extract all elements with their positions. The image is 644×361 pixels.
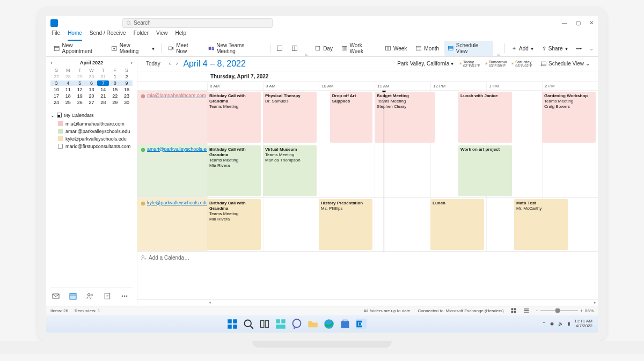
calendar-item[interactable]: kyle@parkvalleyschools.edu	[50, 135, 133, 143]
start-button[interactable]	[227, 319, 238, 329]
calendar-event[interactable]: History PresentationMs. Phillips	[319, 199, 372, 250]
calendar-nav-button[interactable]	[69, 292, 77, 301]
date-picker-day[interactable]: 7	[97, 80, 109, 86]
prev-range-button[interactable]: ‹	[169, 61, 171, 67]
date-picker-day[interactable]: 8	[109, 80, 121, 86]
calendar-item[interactable]: mario@firstupconsultants.com	[50, 143, 133, 150]
schedule-view-dropdown[interactable]: Schedule View ⌄	[538, 60, 592, 68]
date-picker-day[interactable]: 30	[121, 100, 133, 105]
zoom-out-button[interactable]: −	[536, 308, 539, 313]
new-teams-meeting-button[interactable]: New Teams Meeting	[205, 41, 267, 56]
forecast-day[interactable]: ☀Tomorrow63°F/59°F	[485, 60, 507, 68]
date-picker-day[interactable]: 23	[121, 93, 133, 99]
calendar-item[interactable]: mia@lamnahealthcare.com	[50, 120, 133, 128]
month-view-button[interactable]: Month	[412, 43, 442, 53]
share-button[interactable]: ⇪Share▾	[539, 44, 571, 53]
date-picker-day[interactable]: 24	[50, 100, 62, 105]
wifi-icon[interactable]: ◉	[550, 321, 554, 326]
people-nav-button[interactable]	[86, 292, 94, 301]
calendar-event[interactable]: Lunch	[430, 199, 484, 250]
date-picker-day[interactable]: 17	[50, 93, 62, 99]
date-picker-day[interactable]: 19	[74, 93, 86, 99]
taskbar-search-icon[interactable]	[243, 319, 254, 329]
date-picker-day[interactable]: 9	[121, 80, 133, 86]
calendar-event[interactable]: Birthday Call with GrandmaTeams MeetingM…	[207, 145, 261, 196]
date-picker-day[interactable]: 2	[121, 74, 133, 79]
calendar-event[interactable]: Birthday Call with GrandmaTeams Meeting	[207, 92, 261, 143]
close-button[interactable]: ✕	[589, 20, 594, 26]
date-picker-day[interactable]: 25	[62, 100, 74, 105]
date-picker-day[interactable]: 14	[97, 87, 109, 92]
new-appointment-button[interactable]: New Appointment	[50, 41, 106, 56]
add-calendar-row[interactable]: Add a Calenda…	[137, 252, 598, 263]
chat-icon[interactable]	[291, 319, 302, 329]
tray-chevron-icon[interactable]: ⌃	[542, 321, 546, 326]
menu-tab-view[interactable]: View	[156, 30, 168, 41]
calendar-item[interactable]: amari@parkvalleyschools.edu	[50, 128, 133, 135]
calendar-event[interactable]: Lunch with Janice	[458, 92, 512, 143]
date-picker-day[interactable]: 21	[97, 93, 109, 99]
date-picker-day[interactable]: 15	[109, 87, 121, 92]
meet-now-button[interactable]: Meet Now	[165, 41, 203, 56]
forecast-day[interactable]: ☀Saturday68°F/62°F	[511, 60, 532, 68]
weather-location[interactable]: Park Valley, California ▾	[397, 61, 453, 67]
view-list-icon[interactable]	[523, 307, 530, 314]
minimize-button[interactable]: —	[562, 20, 567, 26]
add-button[interactable]: ＋Add▾	[508, 43, 537, 54]
calendar-event[interactable]: Drop off Art Supplies	[330, 92, 372, 143]
calendar-event[interactable]: Math TestMr. McCarthy	[514, 199, 568, 250]
date-picker-day[interactable]: 29	[109, 100, 121, 105]
ribbon-collapse-icon[interactable]: ⌄	[589, 46, 594, 51]
day-view-button[interactable]: Day	[311, 43, 336, 53]
group-corner-g1[interactable]: G	[305, 53, 308, 56]
date-picker-day[interactable]: 5	[74, 80, 86, 86]
schedule-row-grid[interactable]: Birthday Call with GrandmaTeams MeetingM…	[207, 198, 598, 251]
menu-tab-sendreceive[interactable]: Send / Receive	[90, 30, 126, 41]
date-picker-day[interactable]: 31	[97, 74, 109, 79]
scroll-left-button[interactable]: ◂	[207, 300, 213, 305]
zoom-in-button[interactable]: +	[580, 308, 583, 313]
menu-tab-home[interactable]: Home	[68, 30, 82, 41]
date-picker-day[interactable]: 13	[86, 87, 98, 92]
zoom-slider[interactable]: − + 86%	[536, 308, 594, 313]
date-picker-day[interactable]: 27	[50, 74, 62, 79]
date-picker-day[interactable]: 3	[50, 80, 62, 86]
widgets-icon[interactable]	[275, 319, 286, 329]
menu-tab-help[interactable]: Help	[175, 30, 187, 41]
ribbon-icon-2[interactable]	[288, 43, 301, 53]
today-button[interactable]: Today	[143, 60, 164, 68]
date-picker-day[interactable]: 22	[109, 93, 121, 99]
date-picker-day[interactable]: 1	[109, 74, 121, 79]
outlook-taskbar-icon[interactable]: O	[356, 319, 367, 329]
tray-date[interactable]: 4/7/2022	[574, 324, 592, 329]
new-meeting-button[interactable]: New Meeting ▾	[108, 41, 158, 56]
date-picker-day[interactable]: 12	[74, 87, 86, 92]
my-calendars-toggle[interactable]: ⌄ ■ My Calendars	[50, 113, 133, 118]
date-picker-day[interactable]: 28	[97, 100, 109, 105]
volume-icon[interactable]: 🔈	[558, 321, 564, 326]
date-picker-day[interactable]: 30	[86, 74, 98, 79]
file-explorer-icon[interactable]	[308, 319, 318, 329]
more-nav-button[interactable]	[120, 292, 129, 301]
calendar-event[interactable]: Physical TherapyDr. Samuels	[263, 92, 317, 143]
mail-nav-button[interactable]	[52, 292, 60, 301]
search-box[interactable]: Search	[122, 18, 273, 28]
date-picker-day[interactable]: 29	[74, 74, 86, 79]
calendar-event[interactable]: Birthday Call with GrandmaTeams MeetingM…	[207, 199, 261, 250]
work-week-view-button[interactable]: Work Week	[338, 41, 379, 56]
schedule-row-owner[interactable]: mia@lamnahealthcare.com	[137, 91, 207, 144]
date-picker-day[interactable]: 6	[86, 80, 98, 86]
calendar-event[interactable]: Virtual MuseumTeams MeetingMonica Thomps…	[263, 145, 317, 196]
horizontal-scrollbar[interactable]: ◂ ▸	[137, 299, 598, 306]
forecast-day[interactable]: ☀Today62°F/51°F	[459, 60, 480, 68]
date-picker-day[interactable]: 18	[62, 93, 74, 99]
date-picker-day[interactable]: 20	[86, 93, 98, 99]
date-picker-month[interactable]: April 2022	[80, 60, 103, 65]
date-picker-day[interactable]: 11	[62, 87, 74, 92]
calendar-event[interactable]: Work on art project	[458, 145, 512, 196]
schedule-row-grid[interactable]: Birthday Call with GrandmaTeams MeetingM…	[207, 144, 598, 197]
ribbon-icon-1[interactable]	[273, 43, 286, 53]
scroll-right-button[interactable]: ▸	[592, 300, 598, 305]
date-picker-day[interactable]: 16	[121, 87, 133, 92]
schedule-row-grid[interactable]: Birthday Call with GrandmaTeams MeetingP…	[207, 91, 598, 144]
